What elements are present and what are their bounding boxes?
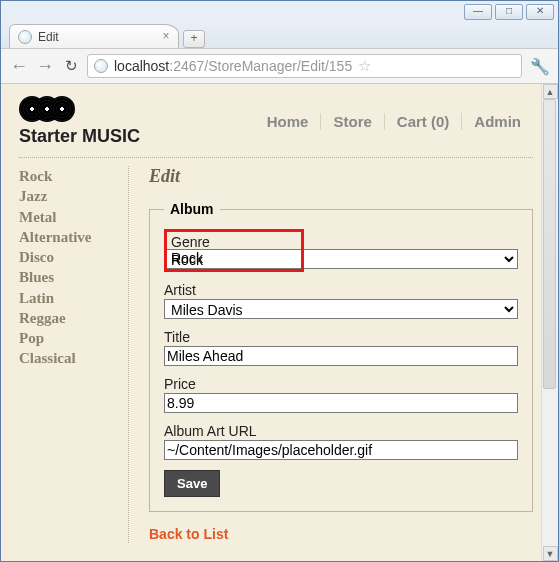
genre-field: Rock Genre Rock (164, 229, 518, 272)
page-content: Starter MUSIC Home Store Cart (0) Admin … (1, 84, 541, 561)
window-controls: — □ ✕ (1, 1, 558, 20)
price-label: Price (164, 376, 518, 392)
sidebar-item[interactable]: Alternative (19, 227, 120, 247)
title-field: Title (164, 329, 518, 366)
price-input[interactable] (164, 393, 518, 413)
forward-icon: → (35, 56, 55, 77)
scroll-down-icon[interactable]: ▼ (543, 546, 558, 561)
back-icon[interactable]: ← (9, 56, 29, 77)
close-window-button[interactable]: ✕ (526, 4, 554, 20)
browser-tab[interactable]: Edit × (9, 24, 179, 48)
genre-sidebar: Rock Jazz Metal Alternative Disco Blues … (19, 166, 129, 543)
genre-label: Genre (171, 234, 297, 250)
url-bar[interactable]: localhost:2467/StoreManager/Edit/155 ☆ (87, 54, 522, 78)
artist-field: Artist Miles Davis (164, 282, 518, 319)
sidebar-item[interactable]: Jazz (19, 186, 120, 206)
divider (19, 157, 533, 158)
reload-icon[interactable]: ↻ (61, 57, 81, 75)
nav-home[interactable]: Home (255, 113, 322, 130)
genre-highlight-box: Genre Rock (164, 229, 304, 272)
new-tab-button[interactable]: + (183, 30, 205, 48)
artist-label: Artist (164, 282, 518, 298)
artist-select[interactable]: Miles Davis (164, 299, 518, 319)
price-field: Price (164, 376, 518, 413)
back-to-list-link[interactable]: Back to List (149, 526, 228, 542)
title-label: Title (164, 329, 518, 345)
tab-strip: Edit × + (1, 20, 558, 48)
sidebar-item[interactable]: Classical (19, 348, 120, 368)
minimize-button[interactable]: — (464, 4, 492, 20)
maximize-button[interactable]: □ (495, 4, 523, 20)
vertical-scrollbar[interactable]: ▲ ▼ (541, 84, 558, 561)
bookmark-star-icon[interactable]: ☆ (358, 57, 371, 75)
brand-name: Starter MUSIC (19, 126, 140, 147)
album-fieldset: Album Rock Genre Rock Artist (149, 201, 533, 512)
scroll-thumb[interactable] (543, 99, 556, 389)
arturl-label: Album Art URL (164, 423, 518, 439)
logo-discs-icon (19, 96, 140, 122)
arturl-input[interactable] (164, 440, 518, 460)
genre-value: Rock (171, 250, 297, 266)
wrench-icon[interactable]: 🔧 (530, 57, 550, 76)
sidebar-item[interactable]: Disco (19, 247, 120, 267)
viewport: Starter MUSIC Home Store Cart (0) Admin … (1, 84, 558, 561)
browser-toolbar: ← → ↻ localhost:2467/StoreManager/Edit/1… (1, 48, 558, 84)
sidebar-item[interactable]: Metal (19, 207, 120, 227)
url-text: localhost:2467/StoreManager/Edit/155 (114, 58, 352, 74)
title-input[interactable] (164, 346, 518, 366)
scroll-track[interactable] (543, 99, 558, 546)
sidebar-item[interactable]: Rock (19, 166, 120, 186)
main-panel: Edit Album Rock Genre Rock (129, 166, 533, 543)
top-nav: Home Store Cart (0) Admin (255, 113, 533, 130)
sidebar-item[interactable]: Latin (19, 288, 120, 308)
scroll-up-icon[interactable]: ▲ (543, 84, 558, 99)
close-tab-icon[interactable]: × (160, 30, 172, 42)
sidebar-item[interactable]: Reggae (19, 308, 120, 328)
nav-admin[interactable]: Admin (462, 113, 533, 130)
arturl-field: Album Art URL (164, 423, 518, 460)
nav-cart[interactable]: Cart (0) (385, 113, 463, 130)
nav-store[interactable]: Store (321, 113, 384, 130)
save-button[interactable]: Save (164, 470, 220, 497)
sidebar-item[interactable]: Blues (19, 267, 120, 287)
browser-window: — □ ✕ Edit × + ← → ↻ localhost:2467/Stor… (0, 0, 559, 562)
page-title: Edit (149, 166, 533, 187)
globe-icon (18, 30, 32, 44)
fieldset-legend: Album (164, 201, 220, 217)
brand: Starter MUSIC (19, 96, 140, 147)
globe-icon (94, 59, 108, 73)
tab-title: Edit (38, 30, 59, 44)
sidebar-item[interactable]: Pop (19, 328, 120, 348)
